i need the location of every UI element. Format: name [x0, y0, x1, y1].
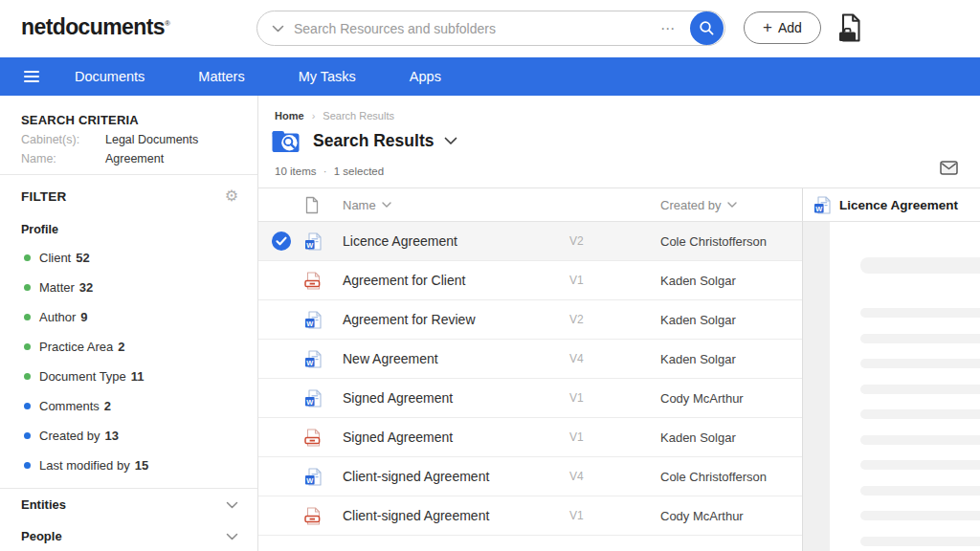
preview-page: [830, 222, 980, 551]
skeleton-line: [860, 537, 980, 546]
word-file-icon: W: [304, 232, 343, 251]
search-scope-chevron-down-icon[interactable]: [272, 25, 284, 33]
plus-icon: +: [763, 18, 772, 37]
filter-item-last-modified-by[interactable]: Last modified by 15: [24, 451, 257, 480]
filter-item-author[interactable]: Author 9: [24, 302, 257, 332]
document-name[interactable]: Signed Agreement: [343, 430, 569, 445]
word-file-icon: W: [304, 311, 343, 329]
main-panel: Home › Search Results: [258, 96, 802, 551]
document-name[interactable]: Client-signed Agreement: [343, 508, 569, 523]
skeleton-line: [860, 460, 980, 470]
filter-group-title: Profile: [21, 223, 257, 237]
table-row[interactable]: W Licence Agreement V2 Cole Christoffers…: [258, 222, 802, 261]
filter-item-count: 11: [131, 369, 145, 384]
table-row[interactable]: Agreement for Client V1 Kaden Solgar: [258, 261, 802, 300]
filter-item-label: Practice Area: [39, 340, 113, 354]
filter-dot-icon: [24, 462, 31, 469]
svg-text:W: W: [306, 475, 313, 484]
nav-item-matters[interactable]: Matters: [198, 69, 244, 84]
skeleton-line: [860, 511, 980, 520]
filter-item-count: 32: [79, 280, 93, 295]
selected-check-icon: [272, 231, 291, 251]
filter-item-count: 2: [104, 399, 111, 413]
breadcrumb-current: Search Results: [323, 110, 394, 121]
nav-item-documents[interactable]: Documents: [75, 69, 145, 84]
skeleton-line: [860, 334, 980, 343]
sidebar-section-people[interactable]: People: [21, 520, 238, 551]
criteria-row-cabinets: Cabinet(s): Legal Documents: [21, 132, 257, 146]
table-row[interactable]: Signed Agreement V1 Kaden Solgar: [258, 418, 802, 457]
column-header-created-by[interactable]: Created by: [660, 198, 802, 212]
filter-item-created-by[interactable]: Created by 13: [24, 421, 257, 451]
skeleton-line: [860, 257, 980, 274]
preview-header: W Licence Agreement: [802, 187, 980, 222]
filter-item-practice-area[interactable]: Practice Area 2: [24, 332, 257, 362]
content-area: SEARCH CRITERIA Cabinet(s): Legal Docume…: [0, 96, 980, 551]
column-header-name[interactable]: Name: [343, 198, 569, 212]
global-search-bar: ⋯: [256, 11, 725, 46]
breadcrumb: Home › Search Results: [275, 110, 394, 121]
nav-item-apps[interactable]: Apps: [410, 69, 441, 84]
trademark-symbol: ®: [165, 19, 169, 28]
table-row[interactable]: W Agreement for Review V2 Kaden Solgar: [258, 300, 802, 340]
row-checkbox[interactable]: [258, 231, 304, 251]
filter-item-document-type[interactable]: Document Type 11: [24, 362, 257, 391]
search-options-button[interactable]: ⋯: [660, 20, 677, 37]
criteria-value: Agreement: [105, 152, 164, 165]
filter-dot-icon: [24, 403, 31, 409]
document-name[interactable]: Signed Agreement: [343, 390, 569, 406]
table-row[interactable]: W Signed Agreement V1 Cody McArthur: [258, 379, 802, 418]
pdf-file-icon: [304, 272, 343, 290]
skeleton-line: [860, 385, 980, 394]
document-name[interactable]: Agreement for Client: [343, 273, 569, 288]
table-row[interactable]: W New Agreement V4 Kaden Solgar: [258, 340, 802, 379]
document-creator: Kaden Solgar: [660, 352, 802, 366]
word-file-icon: W: [304, 350, 343, 368]
svg-text:W: W: [306, 397, 313, 406]
table-header: Name Created by: [258, 187, 802, 222]
document-name[interactable]: Client-signed Agreement: [343, 469, 569, 484]
sidebar-sections: Entities People: [0, 489, 257, 551]
filter-item-count: 2: [118, 340, 124, 354]
document-name[interactable]: New Agreement: [343, 351, 569, 366]
filter-item-client[interactable]: Client 52: [24, 243, 257, 273]
hamburger-menu-icon[interactable]: [24, 71, 39, 82]
filter-item-count: 52: [76, 251, 89, 265]
title-chevron-down-icon[interactable]: [444, 137, 457, 145]
document-version: V4: [569, 470, 660, 483]
filter-dot-icon: [24, 314, 31, 320]
filter-dot-icon: [24, 284, 31, 291]
document-creator: Cody McArthur: [660, 509, 802, 523]
skeleton-line: [860, 435, 980, 445]
briefcase-document-icon[interactable]: [836, 12, 863, 48]
filter-header: FILTER ⚙: [21, 187, 238, 206]
filter-item-matter[interactable]: Matter 32: [24, 273, 257, 302]
criteria-label: Cabinet(s):: [21, 133, 105, 146]
document-creator: Cole Christofferson: [660, 470, 802, 484]
document-name[interactable]: Licence Agreement: [343, 233, 569, 249]
table-row[interactable]: W Client-signed Agreement V4 Cole Christ…: [258, 457, 802, 496]
sidebar-section-entities[interactable]: Entities: [21, 489, 238, 520]
app-logo[interactable]: netdocuments®: [21, 14, 169, 40]
nav-item-my-tasks[interactable]: My Tasks: [299, 69, 356, 84]
table-row[interactable]: Client-signed Agreement V1 Cody McArthur: [258, 496, 802, 536]
chevron-down-icon: [226, 533, 238, 540]
add-button[interactable]: + Add: [744, 11, 821, 44]
document-version: V1: [569, 274, 660, 287]
word-file-icon: W: [304, 389, 343, 408]
sidebar: SEARCH CRITERIA Cabinet(s): Legal Docume…: [0, 96, 258, 551]
filter-item-comments[interactable]: Comments 2: [24, 391, 257, 421]
filter-list: Client 52 Matter 32 Author 9 Practice Ar…: [0, 243, 257, 480]
gear-icon[interactable]: ⚙: [225, 188, 238, 204]
document-preview[interactable]: [802, 222, 980, 551]
document-name[interactable]: Agreement for Review: [343, 312, 569, 327]
filter-item-label: Matter: [39, 280, 75, 295]
criteria-value: Legal Documents: [105, 133, 198, 146]
email-icon[interactable]: [940, 161, 958, 179]
search-button[interactable]: [690, 11, 724, 45]
document-creator: Cody McArthur: [660, 391, 802, 406]
breadcrumb-home-link[interactable]: Home: [275, 110, 304, 121]
search-input[interactable]: [294, 21, 660, 36]
word-file-icon: W: [304, 468, 343, 486]
sidebar-section-label: Entities: [21, 497, 66, 512]
